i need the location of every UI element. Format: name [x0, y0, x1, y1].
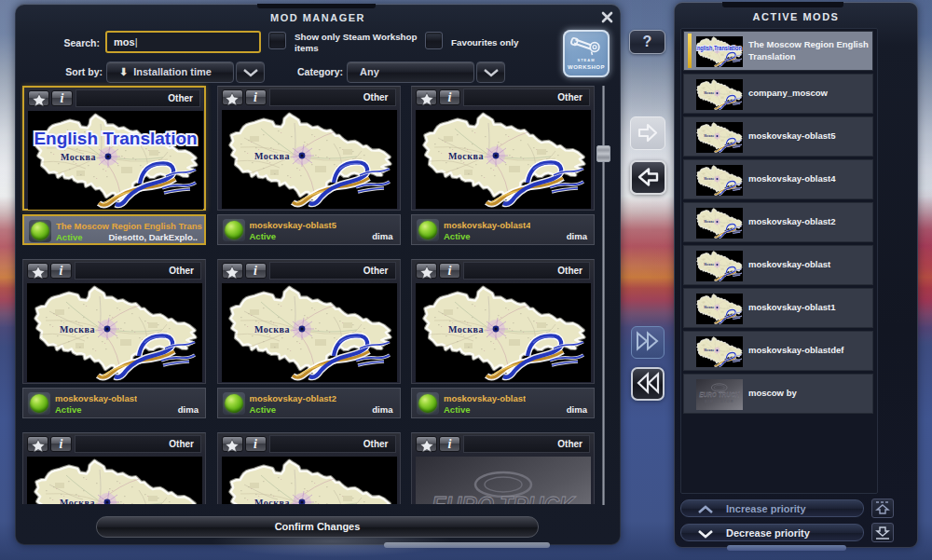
svg-text:English Translation: English Translation: [696, 45, 742, 50]
svg-text:English Translation: English Translation: [34, 129, 197, 148]
